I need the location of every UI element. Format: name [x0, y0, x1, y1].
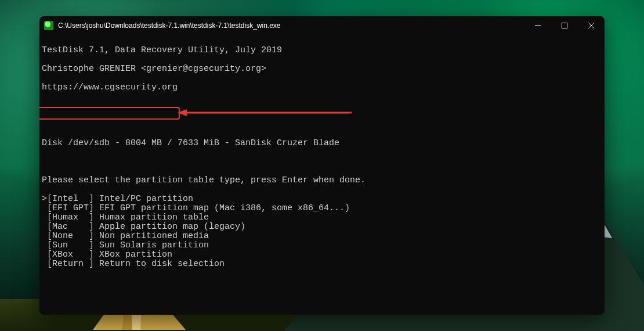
app-icon	[44, 21, 53, 30]
menu-item-intel[interactable]: >[Intel ] Intel/PC partition	[42, 195, 602, 204]
menu-item-xbox[interactable]: [XBox ] XBox partition	[42, 250, 602, 260]
window-controls	[524, 16, 605, 34]
blank	[42, 120, 602, 129]
blank	[42, 157, 602, 167]
window-title: C:\Users\joshu\Downloads\testdisk-7.1.wi…	[58, 21, 524, 30]
prompt: Please select the partition table type, …	[42, 176, 602, 185]
header-url: https://www.cgsecurity.org	[42, 83, 602, 92]
header-author: Christophe GRENIER <grenier@cgsecurity.o…	[42, 64, 602, 74]
partition-type-menu[interactable]: >[Intel ] Intel/PC partition [EFI GPT] E…	[42, 195, 602, 269]
header-version: TestDisk 7.1, Data Recovery Utility, Jul…	[42, 46, 602, 55]
minimize-button[interactable]	[524, 16, 551, 34]
menu-item-humax[interactable]: [Humax ] Humax partition table	[42, 213, 602, 222]
console-body[interactable]: TestDisk 7.1, Data Recovery Utility, Jul…	[39, 34, 605, 315]
blank	[42, 297, 602, 306]
desktop-background: C:\Users\joshu\Downloads\testdisk-7.1.wi…	[0, 0, 644, 331]
blank	[42, 102, 602, 111]
menu-item-return[interactable]: [Return ] Return to disk selection	[42, 260, 602, 269]
menu-item-mac[interactable]: [Mac ] Apple partition map (legacy)	[42, 222, 602, 232]
menu-item-none[interactable]: [None ] Non partitioned media	[42, 232, 602, 241]
svg-rect-7	[562, 23, 567, 28]
maximize-button[interactable]	[551, 16, 578, 34]
console-window: C:\Users\joshu\Downloads\testdisk-7.1.wi…	[39, 16, 605, 315]
disk-info: Disk /dev/sdb - 8004 MB / 7633 MiB - San…	[42, 139, 602, 148]
titlebar[interactable]: C:\Users\joshu\Downloads\testdisk-7.1.wi…	[39, 16, 605, 34]
blank	[42, 278, 602, 287]
menu-item-efi-gpt[interactable]: [EFI GPT] EFI GPT partition map (Mac i38…	[42, 204, 602, 213]
menu-item-sun[interactable]: [Sun ] Sun Solaris partition	[42, 241, 602, 250]
close-button[interactable]	[578, 16, 605, 34]
